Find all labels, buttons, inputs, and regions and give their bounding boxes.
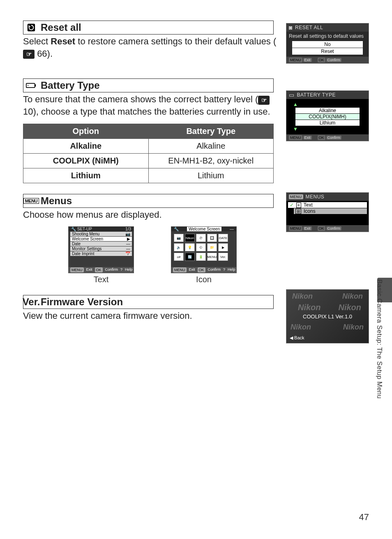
section-body: To ensure that the camera shows the corr… <box>23 93 278 117</box>
thumb-option-text: ✓≡Text <box>288 202 367 208</box>
icon-cell: ⏲ <box>196 243 206 251</box>
thumb-option-selected: COOLPIX(NiMH) <box>295 114 360 120</box>
section-title: Battery Type <box>41 80 100 91</box>
cell-option: Alkaline <box>23 138 149 153</box>
thumb-title: BATTERY TYPE <box>297 92 336 98</box>
brand-watermark: Nikon <box>338 303 361 312</box>
figure-screenshot: 🔧 SET-UP1/3 Shooting Menu📷 Welcome Scree… <box>68 226 134 273</box>
menu-icon: MENU <box>26 196 37 205</box>
battery-icon <box>26 81 37 90</box>
text-bold: Reset <box>51 36 75 46</box>
side-tab-label: Basic Camera Setup: The Setup Menu <box>375 279 384 427</box>
page-number: 47 <box>359 512 369 523</box>
col-option: Option <box>23 124 149 138</box>
arrow-up-icon: ▲ <box>288 101 367 107</box>
mini-item: Date Imprint <box>72 251 94 256</box>
cell-type: Lithium <box>148 168 274 183</box>
thumb-option-icons: ⊞Icons <box>294 208 367 214</box>
mini-item: Date <box>72 242 81 246</box>
icon-grid: 📷 Nikon ⏱ 🔲 DATE 🔈 💡 ⏲ 📁 ▶ o# 🔄 🔋 MEN <box>171 231 236 263</box>
check-icon: ✓ <box>290 202 294 208</box>
thumb-option-label: Text <box>304 202 313 208</box>
page-ref: 66). <box>37 48 53 59</box>
icon-cell: 📷 <box>174 234 184 242</box>
section-body: Select Reset to restore camera settings … <box>23 35 278 60</box>
section-body: Choose how menus are displayed. <box>23 209 278 221</box>
thumb-option-list: ▲ Alkaline COOLPIX(NiMH) Lithium ▼ <box>286 99 369 134</box>
firmware-version-text: COOLPIX L1 Ver.1.0 <box>286 313 369 320</box>
cell-type: Alkaline <box>148 138 274 153</box>
menu-badge: MENU <box>289 135 302 140</box>
menu-badge: MENU <box>289 194 303 199</box>
brand-watermark: Nikon <box>343 323 364 332</box>
thumb-foot-exit: Exit <box>303 58 312 62</box>
version-icon: Ver. <box>26 297 37 306</box>
icon-cell: ▶ <box>218 243 228 251</box>
col-battery-type: Battery Type <box>148 124 274 138</box>
thumbnail-firmware: Nikon Nikon Nikon Nikon Nikon Nikon COOL… <box>286 289 369 343</box>
thumb-title: MENUS <box>306 194 325 200</box>
text: to restore camera settings to their defa… <box>75 36 276 46</box>
cell-type: EN-MH1-B2, oxy-nickel <box>148 153 274 168</box>
thumb-foot-confirm: Confirm <box>326 136 342 140</box>
icon-cell: 💡 <box>185 243 195 251</box>
thumb-option-reset: Reset <box>292 48 363 55</box>
reset-icon <box>26 23 37 32</box>
icon-cell: 🔈 <box>174 243 184 251</box>
thumbnail-reset-all: ◙ RESET ALL Reset all settings to defaul… <box>286 23 369 64</box>
cell-option: COOLPIX (NiMH) <box>23 153 149 168</box>
text: Select <box>23 36 51 46</box>
figure-screenshot: 🔧Welcome Screen— 📷 Nikon ⏱ 🔲 DATE 🔈 💡 ⏲ … <box>171 226 237 273</box>
figure-text-menu: 🔧 SET-UP1/3 Shooting Menu📷 Welcome Scree… <box>68 226 134 284</box>
thumb-title-bar: ▭ BATTERY TYPE <box>286 91 369 99</box>
thumb-foot-confirm: Confirm <box>326 226 342 230</box>
table-header: Option Battery Type <box>23 124 274 138</box>
brand-watermark: Nikon <box>292 292 313 301</box>
thumb-title-bar: ◙ RESET ALL <box>286 23 369 32</box>
thumb-back: ◀ Back <box>290 335 304 341</box>
thumb-option: Lithium <box>295 120 360 126</box>
mini-head: Welcome Screen <box>187 227 221 231</box>
mini-item: Welcome Screen <box>72 237 103 241</box>
thumb-footer: MENUExit OKConfirm <box>286 134 369 141</box>
brand-watermark: Nikon <box>342 292 363 301</box>
ok-badge: OK <box>318 135 325 140</box>
page-ref-icon: ☞ <box>23 50 35 59</box>
svg-rect-2 <box>35 85 36 87</box>
thumb-title: RESET ALL <box>295 25 323 30</box>
icon-cell: 🔋 <box>196 253 206 261</box>
section-heading: Battery Type <box>23 78 274 92</box>
table-row: COOLPIX (NiMH)EN-MH1-B2, oxy-nickel <box>23 153 274 168</box>
icon-cell: MENU <box>207 253 217 261</box>
menus-figures: 🔧 SET-UP1/3 Shooting Menu📷 Welcome Scree… <box>68 226 369 284</box>
figure-caption: Text <box>68 275 134 284</box>
menu-badge: MENU <box>289 58 302 62</box>
thumb-footer: MENUExit OKConfirm <box>286 225 369 232</box>
battery-icon: ▭ <box>289 92 295 98</box>
manual-page: Reset all Select Reset to restore camera… <box>0 0 392 539</box>
page-ref: 10 <box>23 106 33 117</box>
table-row: LithiumLithium <box>23 168 274 183</box>
page-ref-icon: ☞ <box>258 96 270 105</box>
section-title: Menus <box>41 195 72 207</box>
thumb-back-label: Back <box>294 335 304 340</box>
ok-badge: OK <box>318 226 325 231</box>
thumb-foot-exit: Exit <box>303 226 312 230</box>
icon-cell: 📁 <box>207 243 217 251</box>
thumb-prompt: Reset all settings to default values <box>286 32 369 40</box>
svg-point-3 <box>28 85 28 86</box>
section-heading: Ver. Firmware Version <box>23 295 274 309</box>
thumb-footer: MENUExit OKConfirm <box>286 57 369 63</box>
arrow-down-icon: ▼ <box>288 126 367 132</box>
mini-item: Monitor Settings <box>72 246 101 251</box>
section-title: Reset all <box>41 22 81 33</box>
reset-icon: ◙ <box>289 25 293 30</box>
mini-page: 1/3 <box>125 227 131 231</box>
cell-option: Lithium <box>23 168 149 183</box>
ok-badge: OK <box>318 58 325 62</box>
svg-rect-1 <box>26 83 35 88</box>
menu-badge: MENU <box>289 226 302 231</box>
brand-watermark: Nikon <box>298 303 321 312</box>
figure-caption: Icon <box>171 275 237 284</box>
icon-cell: Nikon <box>185 234 195 242</box>
